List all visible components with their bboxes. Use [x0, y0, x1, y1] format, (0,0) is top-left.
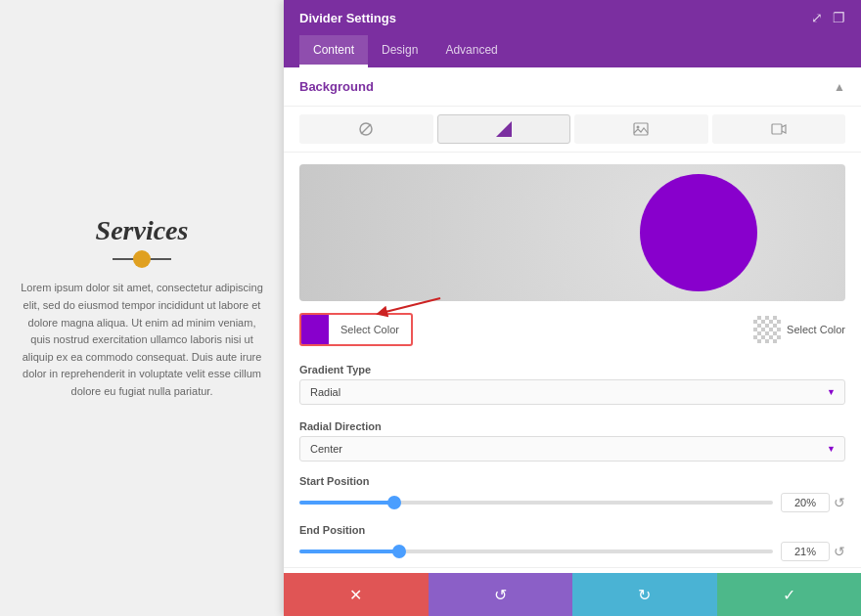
- expand-icon[interactable]: ⤢: [811, 10, 823, 25]
- start-position-label: Start Position: [299, 475, 845, 487]
- header-icons: ⤢ ❐: [811, 10, 845, 25]
- divider-line: [113, 258, 171, 260]
- start-position-track[interactable]: [299, 501, 773, 505]
- gradient-preview: [299, 164, 845, 301]
- settings-tabs: Content Design Advanced: [284, 35, 861, 67]
- background-title: Background: [299, 79, 374, 94]
- save-button[interactable]: ✓: [717, 573, 862, 616]
- settings-panel: Divider Settings ⤢ ❐ Content Design Adva…: [284, 0, 861, 616]
- settings-content: Background ▲: [284, 67, 861, 573]
- start-position-fill: [299, 501, 394, 505]
- radial-direction-select[interactable]: Center: [299, 436, 845, 462]
- services-title: Services: [96, 215, 189, 246]
- color2-selector[interactable]: Select Color: [753, 316, 845, 343]
- gradient-circle: [640, 174, 757, 291]
- background-section-header: Background ▲: [284, 67, 861, 107]
- bg-type-gradient[interactable]: [437, 114, 571, 144]
- color2-button[interactable]: Select Color: [787, 324, 845, 335]
- panel-title: Divider Settings: [299, 11, 396, 25]
- gradient-type-select-wrapper: Radial: [299, 379, 845, 405]
- start-position-input[interactable]: [781, 493, 830, 512]
- redo-button[interactable]: ↻: [572, 573, 717, 616]
- reset-button[interactable]: ↺: [429, 573, 573, 616]
- end-position-group: End Position ↺: [284, 518, 861, 567]
- end-position-controls: ↺: [299, 542, 845, 561]
- footer-buttons: ✕ ↺ ↻ ✓: [284, 573, 861, 616]
- divider-dot: [133, 250, 151, 268]
- svg-line-1: [361, 124, 371, 134]
- end-position-fill: [299, 550, 399, 553]
- start-position-value-box: ↺: [781, 493, 845, 512]
- checkerboard-swatch[interactable]: [753, 316, 781, 343]
- cancel-button[interactable]: ✕: [284, 573, 429, 616]
- start-position-group: Start Position ↺: [284, 469, 861, 518]
- start-position-controls: ↺: [299, 493, 845, 512]
- bg-type-video[interactable]: [712, 114, 846, 144]
- gradient-type-select[interactable]: Radial: [299, 379, 845, 405]
- left-panel: Services Lorem ipsum dolor sit amet, con…: [0, 0, 284, 616]
- end-position-label: End Position: [299, 524, 845, 536]
- settings-header: Divider Settings ⤢ ❐: [284, 0, 861, 35]
- end-position-value-box: ↺: [781, 542, 845, 561]
- svg-point-4: [637, 126, 640, 129]
- end-position-thumb[interactable]: [392, 545, 406, 558]
- start-position-reset[interactable]: ↺: [834, 495, 845, 510]
- gradient-type-group: Gradient Type Radial: [284, 356, 861, 413]
- start-position-thumb[interactable]: [387, 496, 401, 509]
- radial-direction-select-wrapper: Center: [299, 436, 845, 462]
- color1-swatch[interactable]: [301, 315, 329, 344]
- color-row: Select Color Select Color: [284, 313, 861, 356]
- tab-content[interactable]: Content: [299, 35, 368, 67]
- bg-type-row: [284, 107, 861, 153]
- background-section: Background ▲: [284, 67, 861, 567]
- bg-type-image[interactable]: [574, 114, 708, 144]
- radial-direction-label: Radial Direction: [299, 420, 845, 432]
- tab-advanced[interactable]: Advanced: [431, 35, 511, 67]
- end-position-track[interactable]: [299, 550, 773, 553]
- color1-button[interactable]: Select Color: [329, 319, 411, 340]
- background-chevron-icon[interactable]: ▲: [834, 80, 845, 94]
- copy-icon[interactable]: ❐: [833, 10, 845, 25]
- color1-selector[interactable]: Select Color: [299, 313, 413, 346]
- end-position-reset[interactable]: ↺: [834, 544, 845, 559]
- svg-rect-3: [634, 123, 648, 135]
- svg-rect-5: [772, 124, 782, 134]
- bg-type-none[interactable]: [299, 114, 433, 144]
- lorem-text: Lorem ipsum dolor sit amet, consectetur …: [20, 280, 264, 400]
- svg-marker-2: [496, 121, 512, 137]
- end-position-input[interactable]: [781, 542, 830, 561]
- gradient-type-label: Gradient Type: [299, 364, 845, 375]
- radial-direction-group: Radial Direction Center: [284, 413, 861, 469]
- tab-design[interactable]: Design: [368, 35, 431, 67]
